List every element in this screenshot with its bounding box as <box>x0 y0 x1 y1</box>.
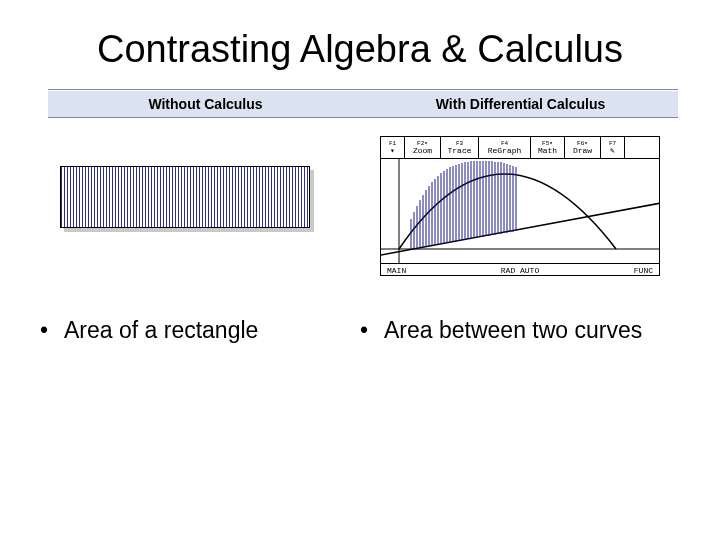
calculator-plot <box>381 159 659 263</box>
bullet-area-between-curves: Area between two curves <box>360 316 660 346</box>
illustration-row: F1 ▾ F2▾ Zoom F3 Trace F4 ReGraph F5▾ <box>40 136 680 286</box>
status-func: FUNC <box>634 266 653 275</box>
menu-blank <box>625 137 659 158</box>
calculator-screen: F1 ▾ F2▾ Zoom F3 Trace F4 ReGraph F5▾ <box>380 136 660 276</box>
bullet-list-right: Area between two curves <box>360 316 680 346</box>
rectangle-cell <box>40 136 360 286</box>
menu-f5-math: F5▾ Math <box>531 137 565 158</box>
rectangle-illustration <box>60 166 310 228</box>
bullet-row: Area of a rectangle Area between two cur… <box>40 316 680 346</box>
header-with-calculus: With Differential Calculus <box>363 90 678 117</box>
comparison-header: Without Calculus With Differential Calcu… <box>48 89 678 118</box>
calculator-cell: F1 ▾ F2▾ Zoom F3 Trace F4 ReGraph F5▾ <box>360 136 680 286</box>
slide-title: Contrasting Algebra & Calculus <box>0 0 720 89</box>
bullet-rectangle-area: Area of a rectangle <box>40 316 340 346</box>
menu-f4-regraph: F4 ReGraph <box>479 137 531 158</box>
header-without-calculus: Without Calculus <box>48 90 363 117</box>
status-rad-auto: RAD AUTO <box>501 266 539 275</box>
menu-f6-draw: F6▾ Draw <box>565 137 601 158</box>
menu-f7-pen: F7 ✎ <box>601 137 625 158</box>
bullet-list-left: Area of a rectangle <box>40 316 360 346</box>
calculator-status-bar: MAIN RAD AUTO FUNC <box>381 263 659 277</box>
menu-f1: F1 ▾ <box>381 137 405 158</box>
status-main: MAIN <box>387 266 406 275</box>
menu-f3-trace: F3 Trace <box>441 137 479 158</box>
calculator-menu: F1 ▾ F2▾ Zoom F3 Trace F4 ReGraph F5▾ <box>381 137 659 159</box>
menu-f2-zoom: F2▾ Zoom <box>405 137 441 158</box>
